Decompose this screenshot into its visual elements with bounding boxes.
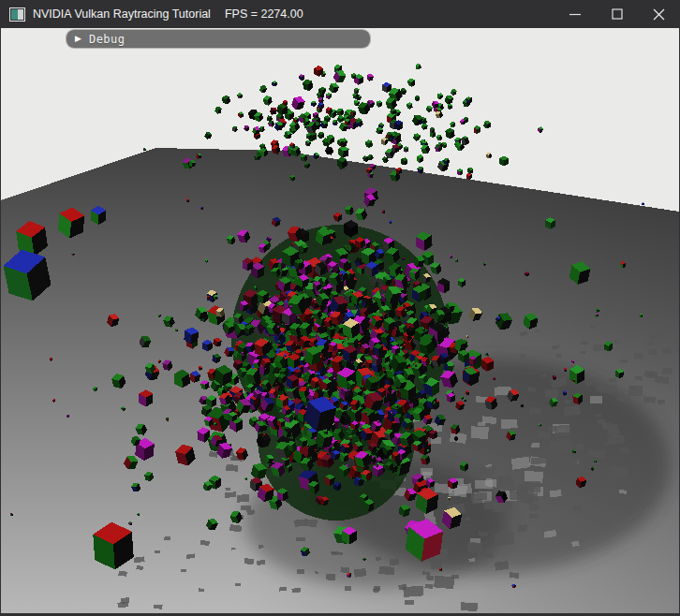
- collapse-arrow-icon: ▶: [75, 35, 81, 43]
- minimize-icon: [569, 8, 581, 20]
- app-icon: [9, 7, 25, 22]
- window-controls: [554, 0, 680, 28]
- viewport-3d[interactable]: ▶ Debug: [1, 28, 679, 613]
- debug-panel-label: Debug: [89, 33, 126, 46]
- fps-counter: FPS = 2274.00: [225, 7, 303, 21]
- close-icon: [653, 8, 665, 21]
- window-title: NVIDIA Vulkan Raytracing Tutorial: [33, 7, 211, 21]
- window-titlebar[interactable]: NVIDIA Vulkan Raytracing Tutorial FPS = …: [0, 0, 680, 28]
- minimize-button[interactable]: [554, 0, 596, 28]
- maximize-button[interactable]: [596, 0, 638, 28]
- debug-panel-header[interactable]: ▶ Debug: [67, 30, 370, 48]
- maximize-icon: [612, 8, 623, 20]
- window-border-left: [0, 28, 1, 613]
- raytraced-scene-canvas[interactable]: [1, 28, 679, 613]
- close-button[interactable]: [638, 0, 680, 28]
